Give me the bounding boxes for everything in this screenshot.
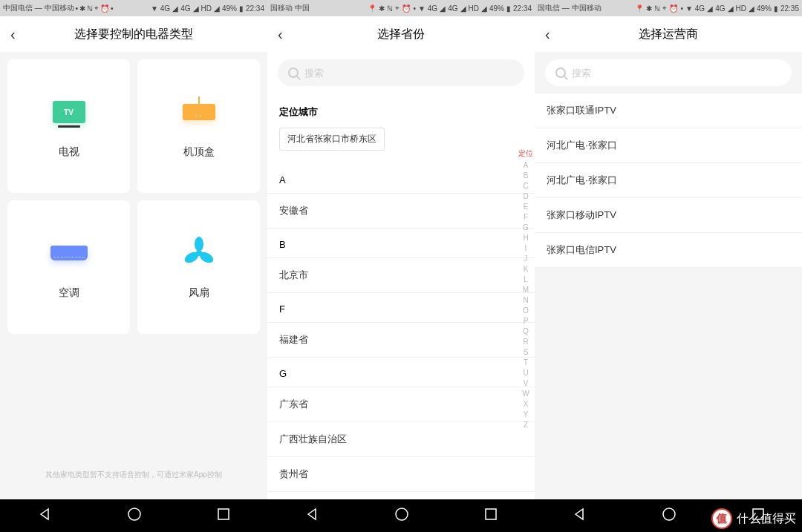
index-letter[interactable]: C <box>523 182 528 190</box>
nav-back-button[interactable] <box>36 506 53 525</box>
time-text: 22:35 <box>780 4 799 13</box>
index-letter[interactable]: S <box>524 348 529 356</box>
bluetooth-icon: ✱ <box>79 4 85 13</box>
index-letter[interactable]: P <box>524 317 529 325</box>
appliance-card-stb[interactable]: 机顶盒 <box>137 59 260 193</box>
province-row[interactable]: 安徽省 <box>267 194 535 229</box>
index-letter[interactable]: J <box>524 254 528 263</box>
carrier-text: 国电信 — 中国移动 <box>538 3 602 13</box>
index-letter[interactable]: A <box>524 161 529 169</box>
index-letter[interactable]: W <box>522 390 529 398</box>
section-letter: F <box>267 293 535 323</box>
nav-bar <box>267 499 535 532</box>
network-text: 4G <box>160 4 170 13</box>
nav-home-button[interactable] <box>394 506 410 525</box>
index-letter[interactable]: T <box>524 358 528 367</box>
index-letter[interactable]: R <box>523 338 528 346</box>
signal-icon: ◢ <box>728 4 734 13</box>
back-button[interactable]: ‹ <box>545 26 550 43</box>
content: TV 电视 机顶盒 空调 风扇 其他家电类型暂不支持语音控制，可通过米家App控… <box>0 52 267 532</box>
index-letter[interactable]: M <box>523 286 529 294</box>
index-letter[interactable]: Y <box>524 410 529 418</box>
nav-recent-button[interactable] <box>216 507 231 525</box>
province-list[interactable]: A安徽省B北京市F福建省G广东省广西壮族自治区贵州省 <box>267 164 535 492</box>
province-row[interactable]: 广西壮族自治区 <box>267 422 535 457</box>
alarm-icon: ⏰ <box>100 4 109 13</box>
province-row[interactable]: 北京市 <box>267 258 535 293</box>
appliance-card-ac[interactable]: 空调 <box>7 200 130 334</box>
index-letter[interactable]: N <box>523 296 528 304</box>
operator-list[interactable]: 张家口联通IPTV河北广电·张家口河北广电·张家口张家口移动IPTV张家口电信I… <box>535 93 802 268</box>
search-icon <box>288 68 299 78</box>
alpha-index[interactable]: 定位 ABCDEFGHIJKLMNOPQRSTUVWXYZ <box>518 148 533 429</box>
index-locate[interactable]: 定位 <box>518 148 533 159</box>
index-letter[interactable]: E <box>524 203 529 211</box>
nfc-icon: ℕ <box>654 4 660 13</box>
battery-text: 49% <box>222 4 237 13</box>
signal-icon: ◢ <box>749 4 754 13</box>
compass-icon: ⌖ <box>395 4 400 13</box>
footnote: 其他家电类型暂不支持语音控制，可通过米家App控制 <box>0 455 267 495</box>
nfc-icon: ℕ <box>87 4 93 13</box>
index-letter[interactable]: B <box>524 171 529 180</box>
location-icon: 📍 <box>635 4 644 13</box>
index-letter[interactable]: H <box>523 234 528 242</box>
search-field[interactable] <box>278 59 524 86</box>
carrier-text: 中国电信 — 中国移动 <box>3 3 74 13</box>
appliance-card-tv[interactable]: TV 电视 <box>7 59 130 193</box>
index-letter[interactable]: L <box>524 275 528 283</box>
index-letter[interactable]: O <box>523 306 529 315</box>
alarm-icon: ⏰ <box>669 4 678 13</box>
page-title: 选择省份 <box>279 27 523 42</box>
search-field[interactable] <box>545 59 792 86</box>
operator-row[interactable]: 张家口联通IPTV <box>535 93 802 128</box>
operator-row[interactable]: 河北广电·张家口 <box>535 163 802 198</box>
index-letter[interactable]: Q <box>523 327 529 335</box>
svg-rect-7 <box>486 509 496 519</box>
back-button[interactable]: ‹ <box>278 26 283 43</box>
operator-row[interactable]: 张家口移动IPTV <box>535 198 802 233</box>
operator-row[interactable]: 张家口电信IPTV <box>535 233 802 268</box>
index-letter[interactable]: G <box>523 223 529 231</box>
wifi-icon: ▼ <box>418 4 426 13</box>
nav-back-button[interactable] <box>304 506 320 525</box>
nav-recent-button[interactable] <box>483 507 498 525</box>
header: ‹ 选择运营商 <box>535 16 802 52</box>
location-chip[interactable]: 河北省张家口市桥东区 <box>279 128 385 151</box>
province-row[interactable]: 贵州省 <box>267 457 535 492</box>
location-section-header: 定位城市 <box>267 93 535 128</box>
index-letter[interactable]: U <box>523 369 528 377</box>
search-input[interactable] <box>572 68 781 79</box>
alarm-icon: ⏰ <box>402 4 411 13</box>
appliance-card-fan[interactable]: 风扇 <box>137 200 260 334</box>
card-label: 电视 <box>59 145 79 159</box>
index-letter[interactable]: Z <box>524 421 528 429</box>
signal-icon: ◢ <box>460 4 466 13</box>
index-letter[interactable]: D <box>523 192 528 200</box>
nav-back-button[interactable] <box>571 506 587 525</box>
index-letter[interactable]: K <box>524 265 529 273</box>
back-button[interactable]: ‹ <box>10 26 16 43</box>
bluetooth-icon: ✱ <box>646 4 652 13</box>
air-conditioner-icon <box>50 234 88 272</box>
wifi-icon: ▼ <box>685 4 693 13</box>
index-letter[interactable]: X <box>524 400 529 408</box>
province-row[interactable]: 福建省 <box>267 323 535 358</box>
operator-row[interactable]: 河北广电·张家口 <box>535 128 802 163</box>
svg-point-4 <box>128 508 140 520</box>
nav-home-button[interactable] <box>126 506 143 525</box>
search-input[interactable] <box>304 68 514 79</box>
index-letter[interactable]: V <box>524 379 529 387</box>
nav-home-button[interactable] <box>661 506 677 525</box>
signal-icon: ◢ <box>193 4 199 13</box>
tv-icon: TV <box>50 93 88 131</box>
index-letter[interactable]: I <box>525 244 527 252</box>
fan-icon <box>180 234 218 272</box>
watermark-badge: 值 <box>711 508 732 529</box>
status-bar: 国电信 — 中国移动 📍✱ℕ⌖⏰•▼4G◢4G◢HD◢49%▮22:35 <box>535 0 802 16</box>
province-row[interactable]: 广东省 <box>267 387 535 422</box>
battery-icon: ▮ <box>506 4 511 13</box>
watermark-text: 什么值得买 <box>737 511 796 527</box>
search-icon <box>555 68 566 78</box>
index-letter[interactable]: F <box>524 213 528 221</box>
